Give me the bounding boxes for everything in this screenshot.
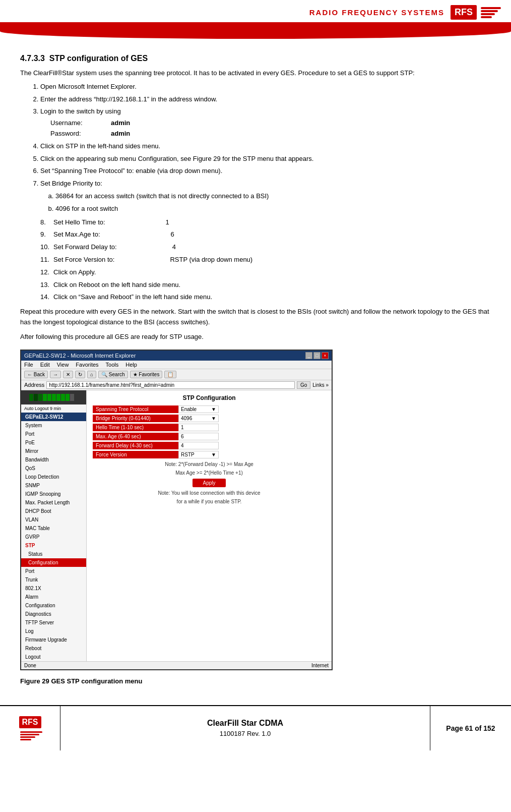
- sidebar-mac-table[interactable]: MAC Table: [21, 524, 86, 533]
- favorites-button[interactable]: ★ Favorites: [130, 371, 163, 378]
- brand-name: RADIO FREQUENCY SYSTEMS: [309, 8, 444, 17]
- sidebar-status[interactable]: Status: [21, 550, 86, 558]
- menu-favorites[interactable]: Favorites: [76, 362, 98, 368]
- sidebar-qos[interactable]: QoS: [21, 464, 86, 473]
- sidebar-configuration[interactable]: Configuration: [21, 558, 86, 567]
- sidebar-configuration2[interactable]: Configuration: [21, 601, 86, 610]
- stp-maxage-input[interactable]: [178, 433, 219, 440]
- browser-controls[interactable]: _ □ ×: [305, 352, 329, 359]
- step-num-12: 12.: [40, 267, 53, 278]
- browser-toolbar: ← Back → ✕ ↻ ⌂ 🔍 Search ★ Favorites 📋: [21, 369, 332, 380]
- step-13-text: Click on Reboot on the left hand side me…: [53, 280, 180, 291]
- footer-rfs-box: RFS: [19, 716, 41, 728]
- page-footer: RFS ClearFill Star CDMA 1100187 Rev. 1.0…: [0, 705, 511, 750]
- sidebar-firmware[interactable]: Firmware Upgrade: [21, 635, 86, 644]
- username-label: Username:: [50, 118, 91, 129]
- nav-graphic: [21, 390, 86, 404]
- figure-caption: Figure 29 GES STP configuration menu: [20, 677, 491, 685]
- sidebar-log[interactable]: Log: [21, 627, 86, 635]
- stop-button[interactable]: ✕: [63, 371, 73, 378]
- menu-help[interactable]: Help: [125, 362, 137, 368]
- browser-sidebar: Auto Logout 9 min GEPaEL2-SW12 System Po…: [21, 390, 87, 661]
- note-formula-2: Max Age >= 2*(Hello Time +1): [93, 470, 326, 476]
- sidebar-diagnostics[interactable]: Diagnostics: [21, 610, 86, 618]
- status-done: Done: [24, 663, 36, 668]
- footer-center-cell: ClearFill Star CDMA 1100187 Rev. 1.0: [60, 706, 430, 750]
- sidebar-reboot[interactable]: Reboot: [21, 644, 86, 653]
- sidebar-dhcp-boot[interactable]: DHCP Boot: [21, 507, 86, 515]
- stp-hello-input[interactable]: [178, 424, 219, 431]
- minimize-button[interactable]: _: [305, 352, 312, 359]
- close-button[interactable]: ×: [322, 352, 329, 359]
- refresh-button[interactable]: ↻: [75, 371, 85, 378]
- step-8-value: 1: [105, 218, 169, 226]
- step-11-label: Set Force Version to:RSTP (via drop down…: [53, 255, 491, 265]
- stp-force-dropdown-icon[interactable]: ▼: [211, 452, 216, 457]
- footer-waves: [20, 731, 40, 740]
- menu-tools[interactable]: Tools: [106, 362, 119, 368]
- sidebar-stp[interactable]: STP: [21, 541, 86, 550]
- sidebar-tftp[interactable]: TFTP Server: [21, 618, 86, 627]
- footer-revision: 1100187 Rev. 1.0: [220, 730, 271, 737]
- sidebar-mirror[interactable]: Mirror: [21, 447, 86, 455]
- stp-protocol-value[interactable]: Enable ▼: [178, 405, 219, 413]
- stp-hello-label: Hello Time (1-10 sec): [93, 424, 178, 431]
- restore-button[interactable]: □: [313, 352, 321, 359]
- rfs-waves-decoration: [481, 7, 501, 18]
- footer-product-name: ClearFill Star CDMA: [207, 719, 283, 728]
- sidebar-header: GEPaEL2-SW12: [21, 413, 86, 421]
- stp-force-value[interactable]: RSTP ▼: [178, 451, 219, 458]
- bridge-priority-b: 4096 for a root switch: [55, 204, 491, 214]
- browser-menu-bar: File Edit View Favorites Tools Help: [21, 361, 332, 369]
- forward-button[interactable]: →: [50, 371, 61, 378]
- sidebar-port2[interactable]: Port: [21, 567, 86, 575]
- sidebar-8021x[interactable]: 802.1X: [21, 584, 86, 593]
- sidebar-loop-detection[interactable]: Loop Detection: [21, 473, 86, 481]
- connection-note-1: Note: You will lose connection with this…: [93, 490, 326, 496]
- steps-list: Open Microsoft Internet Explorer. Enter …: [20, 82, 491, 214]
- sidebar-system[interactable]: System: [21, 421, 86, 430]
- stp-protocol-dropdown-icon[interactable]: ▼: [211, 407, 216, 412]
- sidebar-port[interactable]: Port: [21, 430, 86, 438]
- menu-file[interactable]: File: [24, 362, 33, 368]
- sidebar-poe[interactable]: PoE: [21, 438, 86, 447]
- step-num-10: 10.: [40, 242, 53, 253]
- red-curve-decoration: [0, 24, 511, 39]
- step-10-value: 4: [117, 243, 176, 251]
- footer-logo-cell: RFS: [0, 706, 60, 750]
- go-button[interactable]: Go: [297, 381, 310, 389]
- sidebar-max-packet[interactable]: Max. Packet Length: [21, 498, 86, 507]
- step-1: Open Microsoft Internet Explorer.: [40, 82, 491, 92]
- sidebar-alarm[interactable]: Alarm: [21, 593, 86, 601]
- sidebar-logout[interactable]: Logout: [21, 653, 86, 661]
- rfs-logo-box: RFS: [451, 5, 477, 20]
- step-9-label: Set Max.Age to:6: [53, 229, 491, 240]
- sidebar-gvrp[interactable]: GVRP: [21, 533, 86, 541]
- menu-edit[interactable]: Edit: [40, 362, 50, 368]
- section-title: 4.7.3.3 STP configuration of GES: [20, 54, 491, 63]
- back-button[interactable]: ← Back: [24, 371, 48, 378]
- stp-fwddelay-input[interactable]: [178, 442, 219, 449]
- history-button[interactable]: 📋: [164, 371, 176, 378]
- search-button[interactable]: 🔍 Search: [98, 371, 127, 378]
- stp-bridge-value[interactable]: 4096 ▼: [178, 415, 219, 422]
- menu-view[interactable]: View: [57, 362, 69, 368]
- stp-bridge-label: Bridge Priority (0-61440): [93, 415, 178, 422]
- sidebar-vlan[interactable]: VLAN: [21, 515, 86, 524]
- step-8-label: Set Hello Time to:1: [53, 217, 491, 228]
- sidebar-igmp[interactable]: IGMP Snooping: [21, 490, 86, 498]
- note-formula-1: Note: 2*(Forward Delay -1) >= Max Age: [93, 461, 326, 467]
- stp-maxage-label: Max. Age (6-40 sec): [93, 433, 178, 440]
- sidebar-bandwidth[interactable]: Bandwidth: [21, 455, 86, 464]
- stp-bridge-dropdown-icon[interactable]: ▼: [211, 416, 216, 421]
- stp-row-hello: Hello Time (1-10 sec): [93, 424, 326, 431]
- address-input[interactable]: [46, 381, 295, 389]
- home-button[interactable]: ⌂: [87, 371, 96, 378]
- sidebar-trunk[interactable]: Trunk: [21, 575, 86, 584]
- step-3: Login to the switch by using Username: a…: [40, 106, 491, 139]
- apply-button[interactable]: Apply: [193, 479, 225, 487]
- sidebar-snmp[interactable]: SNMP: [21, 481, 86, 490]
- stp-protocol-label: Spanning Tree Protocol: [93, 405, 178, 413]
- stp-fwddelay-label: Forward Delay (4-30 sec): [93, 442, 178, 449]
- repeat-paragraph: Repeat this procedure with every GES in …: [20, 307, 491, 328]
